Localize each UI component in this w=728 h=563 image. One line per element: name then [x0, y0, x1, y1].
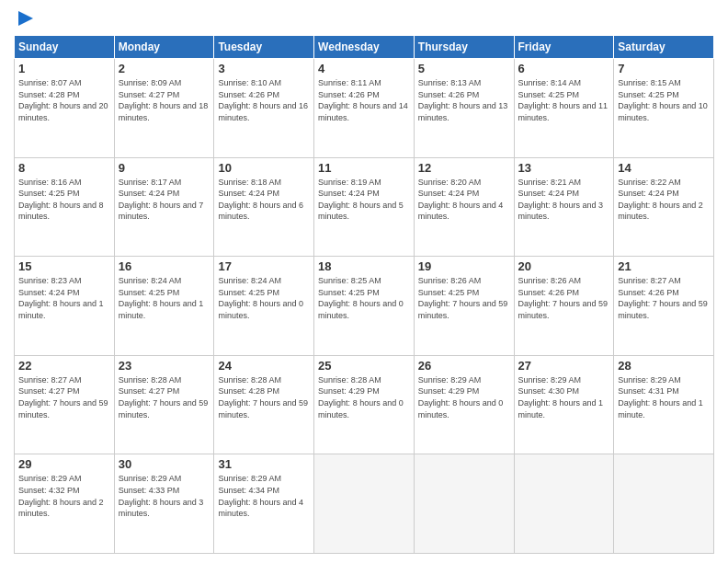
calendar-table: Sunday Monday Tuesday Wednesday Thursday… — [14, 35, 714, 554]
day-info: Sunrise: 8:25 AM Sunset: 4:25 PM Dayligh… — [318, 275, 410, 321]
day-info: Sunrise: 8:22 AM Sunset: 4:24 PM Dayligh… — [618, 177, 710, 223]
day-number: 14 — [618, 161, 710, 175]
day-info: Sunrise: 8:29 AM Sunset: 4:32 PM Dayligh… — [18, 473, 110, 519]
day-cell: 1 Sunrise: 8:07 AM Sunset: 4:28 PM Dayli… — [15, 59, 115, 158]
header-thursday: Thursday — [414, 36, 514, 59]
day-number: 5 — [418, 62, 510, 75]
day-cell: 8 Sunrise: 8:16 AM Sunset: 4:25 PM Dayli… — [15, 157, 115, 257]
day-number: 26 — [418, 359, 510, 373]
day-cell: 17 Sunrise: 8:24 AM Sunset: 4:25 PM Dayl… — [214, 257, 314, 356]
day-info: Sunrise: 8:17 AM Sunset: 4:24 PM Dayligh… — [119, 177, 210, 223]
day-cell: 19 Sunrise: 8:26 AM Sunset: 4:25 PM Dayl… — [414, 257, 514, 356]
day-number: 31 — [218, 457, 310, 471]
day-info: Sunrise: 8:29 AM Sunset: 4:29 PM Dayligh… — [418, 374, 510, 420]
day-cell: 6 Sunrise: 8:14 AM Sunset: 4:25 PM Dayli… — [514, 59, 614, 158]
page: Sunday Monday Tuesday Wednesday Thursday… — [0, 0, 728, 563]
day-cell — [414, 454, 514, 554]
day-cell: 5 Sunrise: 8:13 AM Sunset: 4:26 PM Dayli… — [414, 59, 514, 158]
header — [14, 9, 714, 28]
day-cell: 22 Sunrise: 8:27 AM Sunset: 4:27 PM Dayl… — [15, 355, 115, 454]
day-number: 23 — [119, 359, 210, 373]
header-tuesday: Tuesday — [214, 36, 314, 59]
day-info: Sunrise: 8:24 AM Sunset: 4:25 PM Dayligh… — [218, 275, 310, 321]
header-sunday: Sunday — [15, 36, 115, 59]
weekday-header-row: Sunday Monday Tuesday Wednesday Thursday… — [15, 36, 714, 59]
day-info: Sunrise: 8:21 AM Sunset: 4:24 PM Dayligh… — [518, 177, 610, 223]
day-cell: 7 Sunrise: 8:15 AM Sunset: 4:25 PM Dayli… — [614, 59, 714, 158]
day-info: Sunrise: 8:28 AM Sunset: 4:29 PM Dayligh… — [318, 374, 410, 420]
day-number: 20 — [518, 259, 610, 273]
day-cell: 27 Sunrise: 8:29 AM Sunset: 4:30 PM Dayl… — [514, 355, 614, 454]
day-cell: 13 Sunrise: 8:21 AM Sunset: 4:24 PM Dayl… — [514, 157, 614, 257]
day-cell: 23 Sunrise: 8:28 AM Sunset: 4:27 PM Dayl… — [114, 355, 214, 454]
day-number: 17 — [218, 259, 310, 273]
day-info: Sunrise: 8:09 AM Sunset: 4:27 PM Dayligh… — [119, 77, 210, 123]
day-cell — [614, 454, 714, 554]
day-info: Sunrise: 8:11 AM Sunset: 4:26 PM Dayligh… — [318, 77, 410, 123]
day-info: Sunrise: 8:14 AM Sunset: 4:25 PM Dayligh… — [518, 77, 610, 123]
day-number: 30 — [119, 457, 210, 471]
day-cell: 3 Sunrise: 8:10 AM Sunset: 4:26 PM Dayli… — [214, 59, 314, 158]
day-cell: 30 Sunrise: 8:29 AM Sunset: 4:33 PM Dayl… — [114, 454, 214, 554]
header-wednesday: Wednesday — [314, 36, 415, 59]
day-number: 29 — [18, 457, 110, 471]
day-cell: 14 Sunrise: 8:22 AM Sunset: 4:24 PM Dayl… — [614, 157, 714, 257]
day-number: 7 — [618, 62, 710, 75]
day-number: 10 — [218, 161, 310, 175]
day-cell: 16 Sunrise: 8:24 AM Sunset: 4:25 PM Dayl… — [114, 257, 214, 356]
day-cell — [514, 454, 614, 554]
day-number: 15 — [18, 259, 110, 273]
week-row-3: 15 Sunrise: 8:23 AM Sunset: 4:24 PM Dayl… — [15, 257, 714, 356]
day-cell: 25 Sunrise: 8:28 AM Sunset: 4:29 PM Dayl… — [314, 355, 415, 454]
day-number: 6 — [518, 62, 610, 75]
svg-marker-0 — [18, 11, 33, 26]
day-number: 24 — [218, 359, 310, 373]
day-number: 3 — [218, 62, 310, 75]
header-monday: Monday — [114, 36, 214, 59]
day-info: Sunrise: 8:23 AM Sunset: 4:24 PM Dayligh… — [18, 275, 110, 321]
day-cell: 2 Sunrise: 8:09 AM Sunset: 4:27 PM Dayli… — [114, 59, 214, 158]
day-info: Sunrise: 8:28 AM Sunset: 4:28 PM Dayligh… — [218, 374, 310, 420]
day-number: 19 — [418, 259, 510, 273]
day-cell: 29 Sunrise: 8:29 AM Sunset: 4:32 PM Dayl… — [15, 454, 115, 554]
day-number: 1 — [18, 62, 110, 75]
day-info: Sunrise: 8:15 AM Sunset: 4:25 PM Dayligh… — [618, 77, 710, 123]
day-info: Sunrise: 8:26 AM Sunset: 4:25 PM Dayligh… — [418, 275, 510, 321]
day-number: 18 — [318, 259, 410, 273]
day-number: 16 — [119, 259, 210, 273]
day-info: Sunrise: 8:16 AM Sunset: 4:25 PM Dayligh… — [18, 177, 110, 223]
header-saturday: Saturday — [614, 36, 714, 59]
day-number: 11 — [318, 161, 410, 175]
day-number: 22 — [18, 359, 110, 373]
header-friday: Friday — [514, 36, 614, 59]
day-number: 9 — [119, 161, 210, 175]
day-number: 13 — [518, 161, 610, 175]
day-info: Sunrise: 8:18 AM Sunset: 4:24 PM Dayligh… — [218, 177, 310, 223]
day-cell: 4 Sunrise: 8:11 AM Sunset: 4:26 PM Dayli… — [314, 59, 415, 158]
day-info: Sunrise: 8:27 AM Sunset: 4:26 PM Dayligh… — [618, 275, 710, 321]
day-info: Sunrise: 8:24 AM Sunset: 4:25 PM Dayligh… — [119, 275, 210, 321]
day-cell: 28 Sunrise: 8:29 AM Sunset: 4:31 PM Dayl… — [614, 355, 714, 454]
day-info: Sunrise: 8:29 AM Sunset: 4:34 PM Dayligh… — [218, 473, 310, 519]
day-number: 25 — [318, 359, 410, 373]
logo-arrow-icon — [17, 9, 35, 28]
day-cell — [314, 454, 415, 554]
day-number: 4 — [318, 62, 410, 75]
week-row-5: 29 Sunrise: 8:29 AM Sunset: 4:32 PM Dayl… — [15, 454, 714, 554]
day-info: Sunrise: 8:28 AM Sunset: 4:27 PM Dayligh… — [119, 374, 210, 420]
day-info: Sunrise: 8:29 AM Sunset: 4:31 PM Dayligh… — [618, 374, 710, 420]
week-row-4: 22 Sunrise: 8:27 AM Sunset: 4:27 PM Dayl… — [15, 355, 714, 454]
day-info: Sunrise: 8:07 AM Sunset: 4:28 PM Dayligh… — [18, 77, 110, 123]
day-cell: 26 Sunrise: 8:29 AM Sunset: 4:29 PM Dayl… — [414, 355, 514, 454]
day-info: Sunrise: 8:27 AM Sunset: 4:27 PM Dayligh… — [18, 374, 110, 420]
week-row-1: 1 Sunrise: 8:07 AM Sunset: 4:28 PM Dayli… — [15, 59, 714, 158]
day-cell: 11 Sunrise: 8:19 AM Sunset: 4:24 PM Dayl… — [314, 157, 415, 257]
day-cell: 21 Sunrise: 8:27 AM Sunset: 4:26 PM Dayl… — [614, 257, 714, 356]
day-number: 21 — [618, 259, 710, 273]
day-info: Sunrise: 8:20 AM Sunset: 4:24 PM Dayligh… — [418, 177, 510, 223]
day-info: Sunrise: 8:13 AM Sunset: 4:26 PM Dayligh… — [418, 77, 510, 123]
day-info: Sunrise: 8:29 AM Sunset: 4:30 PM Dayligh… — [518, 374, 610, 420]
day-number: 27 — [518, 359, 610, 373]
day-number: 28 — [618, 359, 710, 373]
week-row-2: 8 Sunrise: 8:16 AM Sunset: 4:25 PM Dayli… — [15, 157, 714, 257]
